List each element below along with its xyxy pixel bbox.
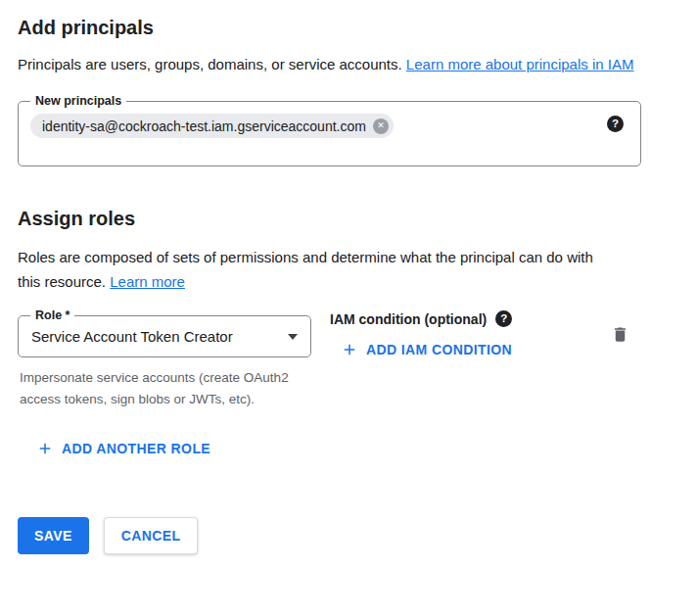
learn-more-roles-link[interactable]: Learn more <box>110 273 185 290</box>
action-bar: SAVE CANCEL <box>18 517 680 554</box>
add-another-role-button[interactable]: ADD ANOTHER ROLE <box>36 440 210 457</box>
chevron-down-icon <box>288 334 298 340</box>
iam-condition-help-icon[interactable]: ? <box>495 310 512 327</box>
principals-description: Principals are users, groups, domains, o… <box>18 52 654 76</box>
delete-role-button[interactable] <box>609 323 631 346</box>
role-select[interactable]: Role * Service Account Token Creator <box>18 315 311 357</box>
principal-chip: identity-sa@cockroach-test.iam.gservicea… <box>30 114 394 138</box>
trash-icon <box>611 325 629 344</box>
iam-condition-column: IAM condition (optional) ? ADD IAM CONDI… <box>330 307 512 362</box>
principals-help-icon[interactable]: ? <box>607 116 624 132</box>
new-principals-label: New principals <box>30 93 126 109</box>
role-label: Role * <box>30 308 74 323</box>
assign-roles-title: Assign roles <box>18 207 680 230</box>
chip-remove-icon[interactable]: ✕ <box>373 118 389 134</box>
role-column: Role * Service Account Token Creator Imp… <box>18 307 311 410</box>
role-selected-value: Service Account Token Creator <box>31 328 233 345</box>
principals-description-text: Principals are users, groups, domains, o… <box>18 56 402 72</box>
add-another-role-label: ADD ANOTHER ROLE <box>62 441 210 456</box>
cancel-button[interactable]: CANCEL <box>104 517 199 554</box>
plus-icon <box>341 341 358 358</box>
roles-description: Roles are composed of sets of permission… <box>18 245 605 294</box>
principal-chip-value: identity-sa@cockroach-test.iam.gservicea… <box>42 118 366 134</box>
iam-condition-label: IAM condition (optional) <box>330 311 487 327</box>
role-row: Role * Service Account Token Creator Imp… <box>18 307 680 410</box>
add-principals-panel: Add principals Principals are users, gro… <box>0 0 698 554</box>
page-title: Add principals <box>18 16 680 39</box>
add-iam-condition-button[interactable]: ADD IAM CONDITION <box>341 341 512 358</box>
plus-icon <box>36 440 54 457</box>
iam-condition-label-row: IAM condition (optional) ? <box>330 310 512 327</box>
save-button[interactable]: SAVE <box>18 517 89 554</box>
role-helper-text: Impersonate service accounts (create OAu… <box>20 367 302 410</box>
learn-more-principals-link[interactable]: Learn more about principals in IAM <box>406 56 634 72</box>
add-iam-condition-label: ADD IAM CONDITION <box>366 342 512 357</box>
roles-description-text: Roles are composed of sets of permission… <box>18 249 593 290</box>
new-principals-field[interactable]: New principals identity-sa@cockroach-tes… <box>18 101 641 166</box>
